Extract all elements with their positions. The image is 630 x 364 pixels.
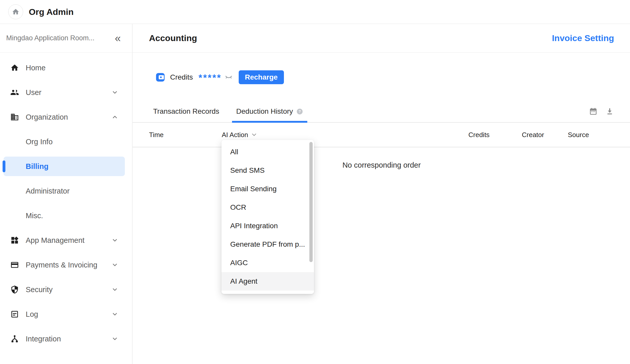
sidebar-item-payments-invoicing[interactable]: Payments & Invoicing (0, 253, 132, 277)
chevron-down-icon (112, 237, 118, 244)
dropdown-scrollbar-thumb[interactable] (309, 142, 313, 262)
home-icon (12, 8, 20, 16)
sidebar-item-app-management[interactable]: App Management (0, 228, 132, 253)
credits-wallet-icon (155, 72, 165, 82)
sidebar-item-organization[interactable]: Organization (0, 105, 132, 129)
sidebar-item-label: Home (26, 64, 45, 72)
sidebar-item-log[interactable]: Log (0, 302, 132, 327)
dropdown-option-api-integration[interactable]: API Integration (221, 217, 314, 235)
chevron-up-icon (112, 114, 118, 120)
security-icon (10, 285, 19, 294)
sidebar-item-label: App Management (26, 236, 85, 245)
dropdown-option-aigc[interactable]: AIGC (221, 254, 314, 272)
dropdown-option-email-sending[interactable]: Email Sending (221, 180, 314, 198)
active-item-bar (3, 160, 5, 172)
table-toolbar (589, 107, 614, 116)
workspace-selector[interactable]: Mingdao Application Room... « (0, 24, 132, 53)
calendar-filter-button[interactable] (589, 107, 598, 116)
sidebar-item-label: Security (26, 285, 53, 294)
tabs-bar: Transaction RecordsDeduction History ? (133, 101, 630, 123)
sidebar-item-security[interactable]: Security (0, 277, 132, 302)
svg-text:?: ? (299, 109, 301, 113)
empty-state-text: No corresponding order (149, 161, 614, 169)
tab-transaction-records[interactable]: Transaction Records (149, 101, 223, 122)
dropdown-option-send-sms[interactable]: Send SMS (221, 161, 314, 180)
calendar-icon (589, 107, 598, 116)
sidebar-subitem-misc-[interactable]: Misc. (0, 203, 132, 228)
sidebar-item-integration[interactable]: Integration (0, 327, 132, 351)
apps-icon (10, 236, 19, 245)
toggle-credits-visibility-button[interactable] (224, 73, 234, 82)
users-icon (10, 88, 19, 97)
sidebar-item-home[interactable]: Home (0, 55, 132, 80)
payments-icon (10, 261, 19, 269)
table-header-row: TimeAI ActionCreditsCreatorSource (133, 123, 630, 147)
sidebar-subitem-label: Org Info (26, 138, 53, 146)
eye-off-icon (224, 73, 233, 82)
home-icon (10, 63, 19, 72)
column-header-credits: Credits (468, 131, 522, 139)
top-bar: Org Admin (0, 0, 630, 24)
main-content: Accounting Invoice Setting Credits *****… (133, 24, 630, 364)
page-title: Accounting (149, 33, 197, 43)
column-header-time: Time (149, 131, 222, 139)
credits-masked-value: ***** (199, 73, 222, 83)
sidebar-subitem-label: Misc. (26, 212, 43, 220)
sidebar-subitem-org-info[interactable]: Org Info (0, 129, 132, 154)
sidebar-subitem-label: Administrator (26, 187, 70, 195)
page-header: Accounting Invoice Setting (133, 24, 630, 53)
sidebar-subitem-billing[interactable]: Billing (0, 154, 132, 179)
sidebar: Mingdao Application Room... « HomeUserOr… (0, 24, 133, 364)
sidebar-subitem-administrator[interactable]: Administrator (0, 179, 132, 203)
home-button[interactable] (8, 4, 23, 19)
download-button[interactable] (605, 107, 614, 116)
column-label: Time (149, 131, 164, 139)
log-icon (10, 310, 19, 319)
dropdown-option-generate-pdf-from-p[interactable]: Generate PDF from p... (221, 235, 314, 254)
credits-label: Credits (170, 73, 193, 81)
download-icon (605, 107, 614, 116)
tab-deduction-history[interactable]: Deduction History ? (232, 101, 307, 122)
chevron-down-icon (112, 336, 118, 342)
ai-action-filter-dropdown: AllSend SMSEmail SendingOCRAPI Integrati… (221, 140, 314, 294)
column-header-source: Source (568, 131, 614, 139)
collapse-sidebar-icon[interactable]: « (115, 33, 121, 44)
dropdown-option-all[interactable]: All (221, 143, 314, 161)
dropdown-option-ai-agent[interactable]: AI Agent (221, 272, 314, 291)
chevron-down-icon (251, 131, 257, 138)
column-label: Source (568, 131, 589, 139)
column-header-ai-action[interactable]: AI Action (222, 131, 468, 139)
dropdown-option-ocr[interactable]: OCR (221, 198, 314, 217)
column-label: Creator (522, 131, 544, 139)
tab-label: Transaction Records (153, 107, 219, 116)
chevron-down-icon (112, 262, 118, 268)
workspace-name: Mingdao Application Room... (6, 34, 95, 42)
invoice-setting-link[interactable]: Invoice Setting (552, 33, 614, 43)
active-item-highlight (4, 157, 125, 176)
column-label: Credits (468, 131, 489, 139)
column-label: AI Action (222, 131, 248, 139)
chevron-down-icon (112, 89, 118, 96)
chevron-down-icon (112, 311, 118, 318)
app-title: Org Admin (29, 7, 73, 17)
integration-icon (10, 334, 19, 343)
tab-label: Deduction History (236, 107, 293, 116)
chevron-down-icon (112, 286, 118, 293)
sidebar-subitem-label: Billing (26, 162, 49, 171)
organization-icon (10, 113, 19, 121)
sidebar-item-label: Organization (26, 113, 68, 121)
sidebar-item-user[interactable]: User (0, 80, 132, 105)
sidebar-item-label: User (26, 88, 41, 97)
credits-section: Credits ***** Recharge (155, 70, 284, 85)
recharge-button[interactable]: Recharge (239, 70, 284, 84)
help-icon[interactable]: ? (296, 108, 303, 115)
sidebar-nav: HomeUserOrganizationOrg InfoBillingAdmin… (0, 53, 132, 351)
column-header-creator: Creator (522, 131, 568, 139)
sidebar-item-label: Log (26, 310, 38, 319)
sidebar-item-label: Payments & Invoicing (26, 261, 97, 269)
sidebar-item-label: Integration (26, 335, 61, 343)
